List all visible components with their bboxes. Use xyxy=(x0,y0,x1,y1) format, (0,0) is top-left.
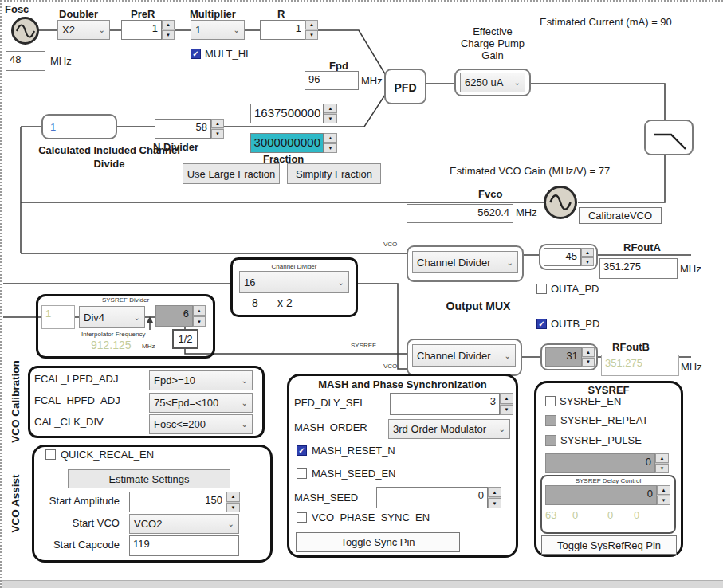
spin-down-icon[interactable]: ▼ xyxy=(500,405,513,416)
spin-down-icon[interactable]: ▼ xyxy=(305,30,318,40)
sysref-spinner[interactable]: ▲▼ xyxy=(193,305,206,327)
fcal-lpfd-adj-select[interactable]: Fpd>=10 ⌄ xyxy=(149,370,253,390)
rfouta-freq-input[interactable]: 351.275 xyxy=(599,258,678,279)
output-mux-a-select[interactable]: Channel Divider ⌄ xyxy=(412,251,518,273)
sysref-pulse-label: SYSREF_PULSE xyxy=(560,434,656,446)
fraction-denominator-spinner[interactable]: ▲▼ xyxy=(324,133,337,153)
start-capcode-input[interactable]: 119 xyxy=(129,535,239,556)
fraction-numerator-input[interactable]: 1637500000 xyxy=(250,104,324,123)
sysref-div-select[interactable]: Div4 ⌄ xyxy=(79,306,145,328)
outa-pd-label: OUTA_PD xyxy=(551,283,611,294)
spin-down-icon[interactable]: ▼ xyxy=(193,316,206,327)
r-input[interactable]: 1 xyxy=(260,20,305,40)
rfoutb-divider-spinner[interactable]: ▲▼ xyxy=(582,347,595,367)
fraction-denominator-input[interactable]: 3000000000 xyxy=(250,133,324,153)
multiplier-value: 1 xyxy=(195,24,201,36)
spin-up-icon[interactable]: ▲ xyxy=(305,20,318,29)
spin-down-icon[interactable]: ▼ xyxy=(226,503,240,513)
spin-down-icon[interactable]: ▼ xyxy=(162,30,175,40)
spin-up-icon[interactable]: ▲ xyxy=(581,248,594,257)
n-divider-spinner[interactable]: ▲▼ xyxy=(211,119,224,139)
spin-up-icon[interactable]: ▲ xyxy=(655,453,669,463)
mash-reset-n-checkbox[interactable] xyxy=(297,445,307,456)
spin-down-icon[interactable]: ▼ xyxy=(324,114,337,123)
sysref-repeat-checkbox xyxy=(545,415,556,426)
outb-pd-checkbox[interactable] xyxy=(536,319,547,329)
prer-input[interactable]: 1 xyxy=(121,20,162,40)
charge-pump-gain-select[interactable]: 6250 uA ⌄ xyxy=(460,73,525,92)
mash-seed-input[interactable]: 0 xyxy=(376,487,488,508)
spin-up-icon[interactable]: ▲ xyxy=(162,20,175,29)
fpd-input[interactable]: 96 xyxy=(305,71,359,90)
interpolator-frequency-label: Interpolator Frequency xyxy=(81,331,158,338)
rfouta-divider-input[interactable]: 45 xyxy=(544,248,581,266)
fosc-input[interactable]: 48 xyxy=(6,51,45,71)
fosc-unit-label: MHz xyxy=(50,55,77,66)
spin-down-icon[interactable]: ▼ xyxy=(488,498,501,508)
multiplier-select[interactable]: 1 ⌄ xyxy=(191,20,245,40)
sysref-delay-spinner[interactable]: ▲▼ xyxy=(657,485,670,505)
spin-up-icon[interactable]: ▲ xyxy=(226,492,240,502)
mash-order-label: MASH_ORDER xyxy=(294,421,382,433)
vco-phase-sync-en-checkbox[interactable] xyxy=(297,512,307,523)
sysref-delay-value-2: 0 xyxy=(607,509,620,521)
start-amplitude-input[interactable]: 150 xyxy=(129,492,226,512)
spin-up-icon[interactable]: ▲ xyxy=(324,104,337,113)
spin-up-icon[interactable]: ▲ xyxy=(193,305,206,316)
spin-down-icon[interactable]: ▼ xyxy=(657,496,670,505)
toggle-sync-pin-button[interactable]: Toggle Sync Pin xyxy=(296,532,460,552)
spin-down-icon[interactable]: ▼ xyxy=(324,143,337,153)
r-label: R xyxy=(277,8,290,19)
toggle-sysrefreq-pin-button[interactable]: Toggle SysRefReq Pin xyxy=(541,535,677,555)
spin-down-icon[interactable]: ▼ xyxy=(581,257,594,266)
mash-reset-n-label: MASH_RESET_N xyxy=(312,445,423,457)
use-large-fraction-button[interactable]: Use Large Fraction xyxy=(183,163,280,184)
start-vco-value: VCO2 xyxy=(134,518,162,530)
quick-recal-en-checkbox[interactable] xyxy=(45,449,56,460)
rfouta-label: RFoutA xyxy=(623,241,670,253)
rfoutb-divider-field: 31 xyxy=(545,347,582,367)
mash-seed-en-checkbox[interactable] xyxy=(297,468,307,479)
calibrate-vco-button[interactable]: CalibrateVCO xyxy=(579,207,662,224)
mash-order-select[interactable]: 3rd Order Modulator ⌄ xyxy=(388,419,510,439)
n-divider-input[interactable]: 58 xyxy=(155,119,211,139)
mult-hi-checkbox[interactable] xyxy=(191,49,201,59)
estimate-settings-button[interactable]: Estimate Settings xyxy=(68,469,230,488)
sysref-count-spinner[interactable]: ▲▼ xyxy=(655,453,669,473)
fraction-numerator-spinner[interactable]: ▲▼ xyxy=(324,104,337,123)
start-amplitude-spinner[interactable]: ▲▼ xyxy=(226,492,240,512)
vco-phase-sync-en-label: VCO_PHASE_SYNC_EN xyxy=(312,512,447,523)
cal-clk-div-value: Fosc<=200 xyxy=(154,418,206,430)
start-vco-select[interactable]: VCO2 ⌄ xyxy=(129,514,239,534)
output-mux-b-select[interactable]: Channel Divider ⌄ xyxy=(412,344,516,367)
rfouta-divider-spinner[interactable]: ▲▼ xyxy=(581,248,594,266)
spin-up-icon[interactable]: ▲ xyxy=(582,347,595,357)
mash-order-value: 3rd Order Modulator xyxy=(393,423,486,435)
outa-pd-checkbox[interactable] xyxy=(536,284,547,294)
spin-up-icon[interactable]: ▲ xyxy=(324,133,337,143)
spin-down-icon[interactable]: ▼ xyxy=(211,129,224,139)
spin-up-icon[interactable]: ▲ xyxy=(657,485,670,495)
fcal-hpfd-adj-select[interactable]: 75<Fpd=<100 ⌄ xyxy=(149,393,253,413)
spin-up-icon[interactable]: ▲ xyxy=(500,393,513,404)
doubler-value: X2 xyxy=(62,24,75,36)
doubler-select[interactable]: X2 ⌄ xyxy=(57,20,110,40)
r-spinner[interactable]: ▲▼ xyxy=(305,20,318,40)
spin-down-icon[interactable]: ▼ xyxy=(582,358,595,367)
mash-seed-spinner[interactable]: ▲▼ xyxy=(488,487,501,508)
pfd-dly-sel-input[interactable]: 3 xyxy=(390,393,500,415)
spin-up-icon[interactable]: ▲ xyxy=(211,119,224,128)
sysref-en-checkbox[interactable] xyxy=(545,396,556,406)
cal-clk-div-select[interactable]: Fosc<=200 ⌄ xyxy=(149,414,253,434)
prer-label: PreR xyxy=(131,8,163,19)
prer-spinner[interactable]: ▲▼ xyxy=(162,20,175,40)
channel-divider-select[interactable]: 16 ⌄ xyxy=(239,271,349,293)
pfd-dly-sel-spinner[interactable]: ▲▼ xyxy=(500,393,513,415)
simplify-fraction-button[interactable]: Simplify Fraction xyxy=(287,163,381,184)
spin-down-icon[interactable]: ▼ xyxy=(655,464,669,473)
sysref-repeat-label: SYSREF_REPEAT xyxy=(560,414,656,426)
sysref-en-label: SYSREF_EN xyxy=(560,395,631,407)
fvco-input[interactable]: 5620.4 xyxy=(407,204,513,223)
sysref-pulse-checkbox xyxy=(545,435,556,446)
spin-up-icon[interactable]: ▲ xyxy=(488,487,501,497)
